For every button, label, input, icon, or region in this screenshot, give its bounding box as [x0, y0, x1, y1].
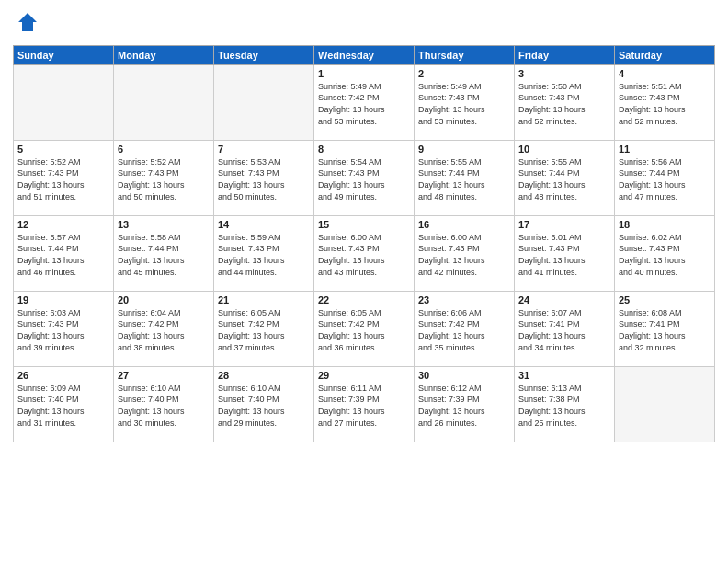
- day-number: 19: [17, 294, 109, 305]
- week-row-1: 1Sunrise: 5:49 AM Sunset: 7:42 PM Daylig…: [14, 64, 715, 140]
- day-number: 14: [218, 219, 310, 230]
- day-info: Sunrise: 6:04 AM Sunset: 7:42 PM Dayligh…: [118, 307, 210, 353]
- day-number: 30: [418, 370, 510, 381]
- day-cell: 17Sunrise: 6:01 AM Sunset: 7:43 PM Dayli…: [515, 215, 615, 291]
- day-info: Sunrise: 5:54 AM Sunset: 7:43 PM Dayligh…: [318, 156, 410, 202]
- day-info: Sunrise: 6:01 AM Sunset: 7:43 PM Dayligh…: [518, 232, 610, 278]
- day-number: 31: [518, 370, 610, 381]
- day-info: Sunrise: 5:52 AM Sunset: 7:43 PM Dayligh…: [17, 156, 109, 202]
- day-cell: 28Sunrise: 6:10 AM Sunset: 7:40 PM Dayli…: [214, 366, 314, 442]
- day-cell: 29Sunrise: 6:11 AM Sunset: 7:39 PM Dayli…: [314, 366, 415, 442]
- week-row-3: 12Sunrise: 5:57 AM Sunset: 7:44 PM Dayli…: [14, 215, 715, 291]
- day-cell: [14, 64, 114, 140]
- day-cell: 23Sunrise: 6:06 AM Sunset: 7:42 PM Dayli…: [415, 291, 515, 366]
- day-info: Sunrise: 6:05 AM Sunset: 7:42 PM Dayligh…: [218, 307, 310, 353]
- day-info: Sunrise: 5:51 AM Sunset: 7:43 PM Dayligh…: [619, 81, 711, 127]
- day-cell: [214, 64, 314, 140]
- day-cell: 24Sunrise: 6:07 AM Sunset: 7:41 PM Dayli…: [515, 291, 615, 366]
- day-number: 10: [518, 144, 610, 155]
- day-number: 2: [418, 68, 510, 79]
- day-cell: 22Sunrise: 6:05 AM Sunset: 7:42 PM Dayli…: [314, 291, 415, 366]
- day-info: Sunrise: 6:00 AM Sunset: 7:43 PM Dayligh…: [318, 232, 410, 278]
- day-number: 8: [318, 144, 410, 155]
- day-number: 6: [118, 144, 210, 155]
- day-info: Sunrise: 6:10 AM Sunset: 7:40 PM Dayligh…: [218, 383, 310, 429]
- day-cell: 13Sunrise: 5:58 AM Sunset: 7:44 PM Dayli…: [114, 215, 214, 291]
- day-number: 11: [619, 144, 711, 155]
- weekday-header-friday: Friday: [515, 45, 615, 64]
- day-number: 13: [118, 219, 210, 230]
- day-info: Sunrise: 5:52 AM Sunset: 7:43 PM Dayligh…: [118, 156, 210, 202]
- day-cell: 11Sunrise: 5:56 AM Sunset: 7:44 PM Dayli…: [615, 140, 715, 215]
- day-number: 22: [318, 294, 410, 305]
- day-cell: 10Sunrise: 5:55 AM Sunset: 7:44 PM Dayli…: [515, 140, 615, 215]
- day-cell: 19Sunrise: 6:03 AM Sunset: 7:43 PM Dayli…: [14, 291, 114, 366]
- day-info: Sunrise: 5:58 AM Sunset: 7:44 PM Dayligh…: [118, 232, 210, 278]
- day-number: 25: [619, 294, 711, 305]
- day-cell: 27Sunrise: 6:10 AM Sunset: 7:40 PM Dayli…: [114, 366, 214, 442]
- day-info: Sunrise: 5:57 AM Sunset: 7:44 PM Dayligh…: [17, 232, 109, 278]
- day-cell: 9Sunrise: 5:55 AM Sunset: 7:44 PM Daylig…: [415, 140, 515, 215]
- day-cell: 1Sunrise: 5:49 AM Sunset: 7:42 PM Daylig…: [314, 64, 415, 140]
- day-number: 28: [218, 370, 310, 381]
- day-info: Sunrise: 5:56 AM Sunset: 7:44 PM Dayligh…: [619, 156, 711, 202]
- day-number: 15: [318, 219, 410, 230]
- day-info: Sunrise: 6:03 AM Sunset: 7:43 PM Dayligh…: [17, 307, 109, 353]
- day-info: Sunrise: 6:07 AM Sunset: 7:41 PM Dayligh…: [518, 307, 610, 353]
- day-cell: 26Sunrise: 6:09 AM Sunset: 7:40 PM Dayli…: [14, 366, 114, 442]
- day-cell: [114, 64, 214, 140]
- day-cell: 21Sunrise: 6:05 AM Sunset: 7:42 PM Dayli…: [214, 291, 314, 366]
- day-cell: 31Sunrise: 6:13 AM Sunset: 7:38 PM Dayli…: [515, 366, 615, 442]
- day-cell: 4Sunrise: 5:51 AM Sunset: 7:43 PM Daylig…: [615, 64, 715, 140]
- weekday-header-wednesday: Wednesday: [314, 45, 415, 64]
- day-info: Sunrise: 6:05 AM Sunset: 7:42 PM Dayligh…: [318, 307, 410, 353]
- day-info: Sunrise: 5:49 AM Sunset: 7:42 PM Dayligh…: [318, 81, 410, 127]
- day-info: Sunrise: 6:00 AM Sunset: 7:43 PM Dayligh…: [418, 232, 510, 278]
- week-row-2: 5Sunrise: 5:52 AM Sunset: 7:43 PM Daylig…: [14, 140, 715, 215]
- day-number: 21: [218, 294, 310, 305]
- day-info: Sunrise: 6:02 AM Sunset: 7:43 PM Dayligh…: [619, 232, 711, 278]
- day-info: Sunrise: 6:08 AM Sunset: 7:41 PM Dayligh…: [619, 307, 711, 353]
- day-number: 26: [17, 370, 109, 381]
- day-cell: 7Sunrise: 5:53 AM Sunset: 7:43 PM Daylig…: [214, 140, 314, 215]
- day-info: Sunrise: 5:55 AM Sunset: 7:44 PM Dayligh…: [418, 156, 510, 202]
- day-info: Sunrise: 6:10 AM Sunset: 7:40 PM Dayligh…: [118, 383, 210, 429]
- svg-marker-0: [18, 13, 37, 31]
- day-info: Sunrise: 6:09 AM Sunset: 7:40 PM Dayligh…: [17, 383, 109, 429]
- day-number: 4: [619, 68, 711, 79]
- day-cell: 6Sunrise: 5:52 AM Sunset: 7:43 PM Daylig…: [114, 140, 214, 215]
- day-info: Sunrise: 6:12 AM Sunset: 7:39 PM Dayligh…: [418, 383, 510, 429]
- day-info: Sunrise: 5:55 AM Sunset: 7:44 PM Dayligh…: [518, 156, 610, 202]
- weekday-header-sunday: Sunday: [14, 45, 114, 64]
- weekday-header-tuesday: Tuesday: [214, 45, 314, 64]
- day-cell: 15Sunrise: 6:00 AM Sunset: 7:43 PM Dayli…: [314, 215, 415, 291]
- day-number: 1: [318, 68, 410, 79]
- day-cell: 12Sunrise: 5:57 AM Sunset: 7:44 PM Dayli…: [14, 215, 114, 291]
- day-number: 3: [518, 68, 610, 79]
- page: SundayMondayTuesdayWednesdayThursdayFrid…: [0, 0, 728, 563]
- day-info: Sunrise: 6:06 AM Sunset: 7:42 PM Dayligh…: [418, 307, 510, 353]
- day-cell: 8Sunrise: 5:54 AM Sunset: 7:43 PM Daylig…: [314, 140, 415, 215]
- calendar-table: SundayMondayTuesdayWednesdayThursdayFrid…: [13, 45, 715, 442]
- day-info: Sunrise: 5:49 AM Sunset: 7:43 PM Dayligh…: [418, 81, 510, 127]
- weekday-header-row: SundayMondayTuesdayWednesdayThursdayFrid…: [14, 45, 715, 64]
- day-cell: 2Sunrise: 5:49 AM Sunset: 7:43 PM Daylig…: [415, 64, 515, 140]
- day-info: Sunrise: 5:50 AM Sunset: 7:43 PM Dayligh…: [518, 81, 610, 127]
- day-number: 18: [619, 219, 711, 230]
- week-row-5: 26Sunrise: 6:09 AM Sunset: 7:40 PM Dayli…: [14, 366, 715, 442]
- day-number: 16: [418, 219, 510, 230]
- day-cell: 30Sunrise: 6:12 AM Sunset: 7:39 PM Dayli…: [415, 366, 515, 442]
- logo-icon: [15, 9, 40, 35]
- day-number: 17: [518, 219, 610, 230]
- weekday-header-saturday: Saturday: [615, 45, 715, 64]
- day-number: 29: [318, 370, 410, 381]
- day-number: 27: [118, 370, 210, 381]
- day-cell: 16Sunrise: 6:00 AM Sunset: 7:43 PM Dayli…: [415, 215, 515, 291]
- day-cell: 25Sunrise: 6:08 AM Sunset: 7:41 PM Dayli…: [615, 291, 715, 366]
- day-number: 23: [418, 294, 510, 305]
- weekday-header-thursday: Thursday: [415, 45, 515, 64]
- logo: [13, 9, 40, 40]
- day-number: 5: [17, 144, 109, 155]
- day-info: Sunrise: 6:13 AM Sunset: 7:38 PM Dayligh…: [518, 383, 610, 429]
- day-cell: 3Sunrise: 5:50 AM Sunset: 7:43 PM Daylig…: [515, 64, 615, 140]
